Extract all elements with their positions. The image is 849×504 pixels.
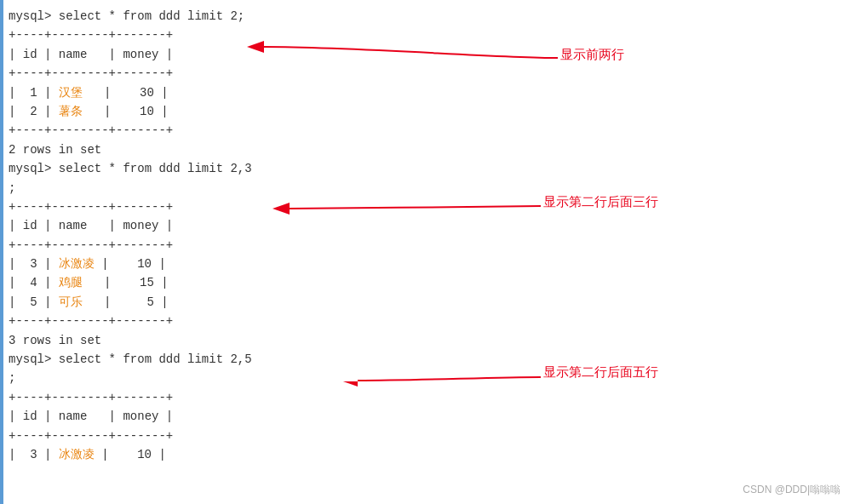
arrow-3: [0, 0, 613, 426]
terminal-line: +----+--------+-------+: [9, 427, 840, 445]
watermark: CSDN @DDD|嗡嗡嗡: [743, 483, 840, 497]
terminal-line: | 3 | 冰激凌 | 10 |: [9, 445, 840, 464]
